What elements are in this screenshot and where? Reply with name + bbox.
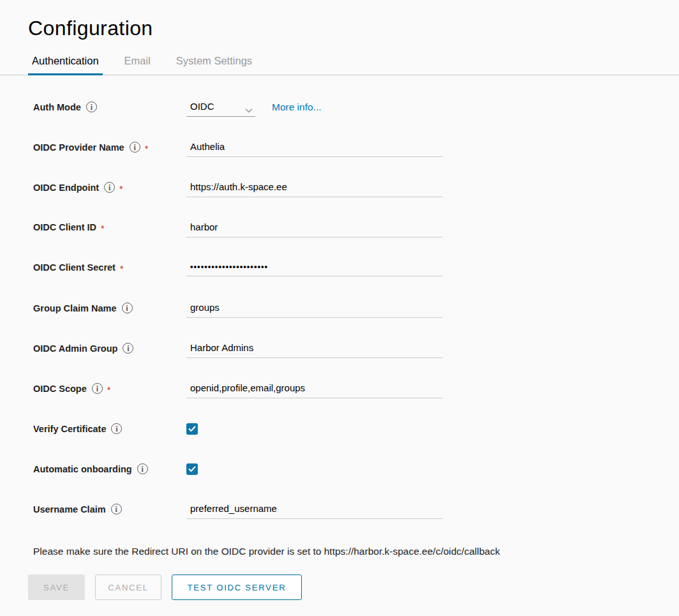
oidc-endpoint-label: OIDC Endpoint — [33, 183, 99, 193]
more-info-link[interactable]: More info... — [272, 101, 322, 113]
info-icon[interactable]: i — [92, 383, 103, 394]
form-row-oidc-client-id: OIDC Client ID * — [33, 218, 679, 243]
form-row-automatic-onboarding: Automatic onboarding i — [33, 459, 679, 485]
checkmark-icon — [188, 466, 196, 472]
tab-authentication[interactable]: Authentication — [28, 55, 103, 75]
oidc-client-id-label: OIDC Client ID — [33, 222, 96, 232]
required-marker: * — [101, 223, 104, 234]
page-title: Configuration — [0, 0, 679, 41]
oidc-admin-group-label: OIDC Admin Group — [33, 343, 117, 354]
required-marker: * — [145, 144, 148, 154]
info-icon[interactable]: i — [86, 101, 97, 112]
oidc-provider-name-label: OIDC Provider Name — [33, 142, 124, 153]
tab-system-settings[interactable]: System Settings — [172, 55, 256, 75]
tab-bar: Authentication Email System Settings — [0, 55, 679, 75]
auth-mode-selected-value: OIDC — [190, 101, 214, 112]
group-claim-name-input[interactable] — [186, 298, 443, 318]
oidc-provider-name-input[interactable] — [186, 137, 443, 157]
info-icon[interactable]: i — [104, 182, 115, 193]
info-icon[interactable]: i — [122, 303, 133, 313]
required-marker: * — [119, 184, 123, 194]
auth-mode-select[interactable]: OIDC — [186, 97, 255, 117]
redirect-uri-notice: Please make sure the Redirect URI on the… — [33, 539, 679, 557]
verify-certificate-label: Verify Certificate — [33, 424, 106, 434]
required-marker: * — [107, 385, 110, 395]
oidc-scope-label: OIDC Scope — [33, 384, 87, 394]
oidc-endpoint-input[interactable] — [186, 177, 443, 197]
automatic-onboarding-label: Automatic onboarding — [33, 464, 132, 474]
oidc-admin-group-input[interactable] — [186, 338, 443, 358]
configuration-page: Configuration Authentication Email Syste… — [0, 0, 679, 616]
form-row-oidc-admin-group: OIDC Admin Group i — [33, 338, 679, 364]
form-row-verify-certificate: Verify Certificate i — [33, 419, 679, 444]
oidc-client-secret-input[interactable] — [186, 258, 443, 276]
automatic-onboarding-checkbox[interactable] — [186, 463, 198, 475]
info-icon[interactable]: i — [111, 504, 122, 515]
form-row-oidc-client-secret: OIDC Client Secret * — [33, 258, 679, 283]
info-icon[interactable]: i — [130, 142, 140, 153]
cancel-button[interactable]: CANCEL — [95, 575, 161, 600]
oidc-scope-input[interactable] — [186, 379, 443, 398]
action-buttons: SAVE CANCEL TEST OIDC SERVER — [28, 575, 679, 600]
oidc-client-secret-label: OIDC Client Secret — [33, 262, 116, 273]
auth-config-form: Auth Mode i OIDC More info... OIDC Provi… — [0, 75, 679, 600]
checkmark-icon — [188, 426, 196, 432]
form-row-oidc-provider-name: OIDC Provider Name i * — [33, 137, 679, 163]
username-claim-input[interactable] — [186, 499, 443, 519]
info-icon[interactable]: i — [137, 463, 148, 474]
form-row-group-claim-name: Group Claim Name i — [33, 298, 679, 324]
form-row-oidc-scope: OIDC Scope i * — [33, 379, 679, 404]
tab-email[interactable]: Email — [121, 55, 154, 75]
verify-certificate-checkbox[interactable] — [186, 423, 198, 435]
username-claim-label: Username Claim — [33, 504, 106, 515]
auth-mode-label: Auth Mode — [33, 102, 81, 112]
info-icon[interactable]: i — [111, 423, 122, 434]
test-oidc-server-button[interactable]: TEST OIDC SERVER — [172, 575, 302, 600]
form-row-username-claim: Username Claim i — [33, 499, 679, 525]
info-icon[interactable]: i — [123, 343, 133, 354]
oidc-client-id-input[interactable] — [186, 218, 443, 237]
chevron-down-icon — [245, 104, 253, 109]
form-row-auth-mode: Auth Mode i OIDC More info... — [33, 97, 679, 123]
form-row-oidc-endpoint: OIDC Endpoint i * — [33, 177, 679, 203]
save-button[interactable]: SAVE — [28, 575, 85, 600]
required-marker: * — [120, 264, 123, 274]
group-claim-name-label: Group Claim Name — [33, 303, 117, 313]
